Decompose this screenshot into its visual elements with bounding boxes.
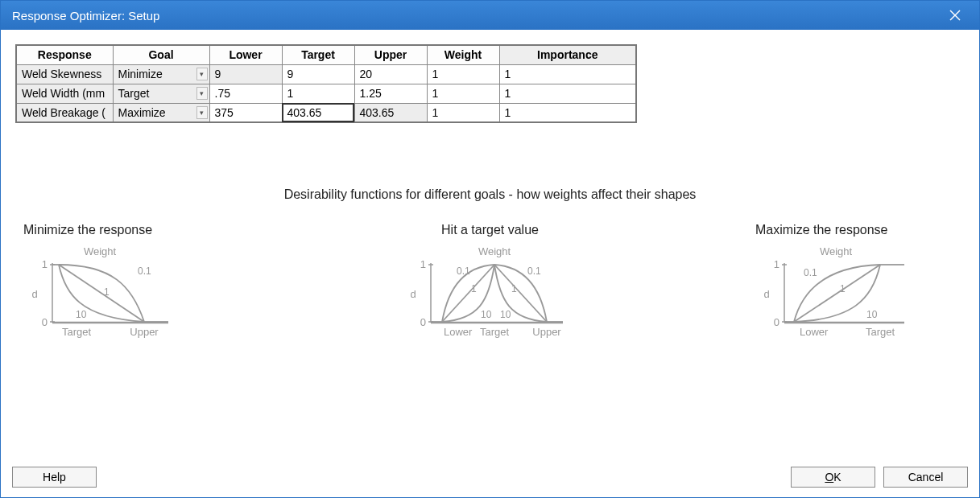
curve-label: 10: [481, 309, 492, 320]
ok-rest: K: [833, 471, 841, 484]
close-icon: [949, 10, 961, 21]
cell-lower[interactable]: 9: [209, 64, 282, 84]
tick-label: Upper: [532, 326, 561, 338]
cancel-button[interactable]: Cancel: [883, 467, 968, 488]
table-header-row: Response Goal Lower Target Upper Weight …: [16, 45, 636, 64]
tick-label: 1: [774, 258, 779, 270]
curve-label: 1: [471, 283, 477, 294]
chevron-down-icon[interactable]: ▾: [196, 87, 208, 100]
cell-response[interactable]: Weld Skewness: [16, 64, 113, 84]
chart-maximize: Maximize the response Weight 1 0 d: [755, 223, 957, 342]
cell-goal[interactable]: Target▾: [113, 84, 209, 103]
axis-label: Weight: [820, 245, 853, 257]
chart-minimize-svg: Weight 1 0 d 0.1: [23, 245, 184, 342]
tick-label: 0: [42, 316, 48, 328]
header-weight: Weight: [427, 45, 499, 64]
tick-label: Upper: [130, 326, 159, 338]
cell-weight[interactable]: 1: [427, 103, 499, 122]
curve-label: 0.1: [527, 265, 541, 277]
curve-label: 0.1: [804, 267, 817, 278]
tick-label: 0: [420, 316, 425, 328]
tick-label: Target: [866, 326, 895, 338]
curve-label: 10: [500, 309, 511, 320]
chart-title: Minimize the response: [23, 223, 152, 237]
axis-label: d: [31, 288, 37, 300]
cell-goal[interactable]: Minimize▾: [113, 64, 209, 84]
cell-goal[interactable]: Maximize▾: [113, 103, 209, 122]
axis-label: Weight: [84, 245, 117, 257]
header-importance: Importance: [499, 45, 636, 64]
chart-target-svg: Weight 1 0 d: [402, 245, 579, 342]
curve-label: 0.1: [457, 265, 470, 277]
goal-text: Maximize: [118, 106, 166, 119]
axis-label: d: [410, 288, 416, 300]
cell-target[interactable]: 9: [282, 64, 354, 84]
header-response: Response: [16, 45, 113, 64]
response-table: Response Goal Lower Target Upper Weight …: [15, 44, 637, 123]
header-goal: Goal: [113, 45, 209, 64]
chart-title: Hit a target value: [441, 223, 539, 237]
chart-target: Hit a target value Weight 1 0 d: [390, 223, 591, 342]
cell-importance[interactable]: 1: [499, 103, 636, 122]
tick-label: Target: [62, 326, 92, 338]
content-area: Response Goal Lower Target Upper Weight …: [1, 30, 979, 460]
titlebar: Response Optimizer: Setup: [1, 1, 979, 30]
cell-target[interactable]: 403.65: [282, 103, 354, 122]
chevron-down-icon[interactable]: ▾: [196, 106, 208, 119]
cell-weight[interactable]: 1: [427, 64, 499, 84]
table-row: Weld Skewness Minimize▾ 9 9 20 1 1: [16, 64, 636, 84]
cell-lower[interactable]: 375: [209, 103, 282, 122]
ok-button[interactable]: OK: [791, 467, 875, 488]
curve-label: 0.1: [138, 265, 151, 277]
cell-target[interactable]: 1: [282, 84, 354, 103]
cell-response[interactable]: Weld Breakage (: [16, 103, 113, 122]
chevron-down-icon[interactable]: ▾: [196, 68, 208, 80]
tick-label: Target: [479, 326, 509, 338]
cell-upper[interactable]: 20: [354, 64, 427, 84]
cell-weight[interactable]: 1: [427, 84, 499, 103]
close-button[interactable]: [939, 3, 971, 27]
goal-text: Target: [118, 87, 150, 100]
footer: Help OK Cancel: [1, 460, 979, 497]
chart-maximize-svg: Weight 1 0 d 0.1 1: [755, 245, 916, 342]
tick-label: Lower: [444, 326, 473, 338]
curve-label: 10: [866, 309, 878, 320]
dialog-window: Response Optimizer: Setup Response Goal …: [0, 0, 980, 498]
footer-button-group: OK Cancel: [791, 467, 968, 488]
ok-underline: O: [825, 471, 833, 484]
table-row: Weld Breakage ( Maximize▾ 375 403.65 403…: [16, 103, 636, 122]
cell-upper[interactable]: 1.25: [354, 84, 427, 103]
tick-label: 1: [42, 258, 48, 270]
chart-minimize: Minimize the response Weight 1 0 d: [23, 223, 225, 342]
tick-label: Lower: [800, 326, 829, 338]
charts-row: Minimize the response Weight 1 0 d: [15, 223, 965, 342]
tick-label: 0: [774, 316, 779, 328]
table-row: Weld Width (mm Target▾ .75 1 1.25 1 1: [16, 84, 636, 103]
chart-title: Maximize the response: [755, 223, 888, 237]
cell-lower[interactable]: .75: [209, 84, 282, 103]
header-lower: Lower: [209, 45, 282, 64]
cell-response[interactable]: Weld Width (mm: [16, 84, 113, 103]
cell-upper[interactable]: 403.65: [354, 103, 427, 122]
axis-label: Weight: [478, 245, 511, 257]
desirability-section: Desirability functions for different goa…: [15, 187, 965, 342]
header-target: Target: [282, 45, 354, 64]
tick-label: 1: [420, 258, 425, 270]
curve-label: 1: [511, 283, 517, 294]
window-title: Response Optimizer: Setup: [12, 9, 159, 23]
curve-label: 1: [104, 286, 110, 298]
curve-label: 1: [840, 283, 846, 294]
desirability-title: Desirability functions for different goa…: [284, 187, 697, 202]
curve-label: 10: [76, 309, 87, 320]
axis-label: d: [763, 288, 769, 300]
goal-text: Minimize: [118, 68, 163, 80]
header-upper: Upper: [354, 45, 427, 64]
cell-importance[interactable]: 1: [499, 64, 636, 84]
cell-importance[interactable]: 1: [499, 84, 636, 103]
help-button[interactable]: Help: [12, 467, 97, 488]
